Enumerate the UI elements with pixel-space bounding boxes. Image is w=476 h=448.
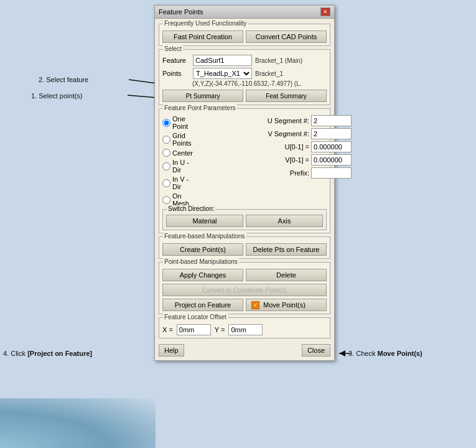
v01-label: V[0-1] = xyxy=(264,156,309,164)
fast-point-creation-button[interactable]: Fast Point Creation xyxy=(162,30,243,43)
feature-locator-label: Feature Locator Offset xyxy=(163,314,228,320)
help-button[interactable]: Help xyxy=(159,344,184,357)
delete-button[interactable]: Delete xyxy=(246,269,327,281)
bracket-main-label: Bracket_1 (Main) xyxy=(255,57,302,64)
material-button[interactable]: Material xyxy=(166,215,243,227)
in-u-dir-radio[interactable] xyxy=(162,162,170,170)
x-label: X = xyxy=(162,326,173,334)
y-label: Y = xyxy=(215,326,225,334)
background-decoration xyxy=(0,398,156,448)
one-point-radio[interactable] xyxy=(162,119,170,127)
create-points-button[interactable]: Create Point(s) xyxy=(162,243,243,256)
arrow-select-points xyxy=(31,90,174,103)
feature-manipulations-section: Feature-based Manipulations Create Point… xyxy=(159,236,330,259)
feature-input[interactable] xyxy=(193,55,252,66)
close-button[interactable]: Close xyxy=(302,344,330,357)
y-input[interactable] xyxy=(228,324,263,335)
prefix-input[interactable] xyxy=(311,167,352,179)
points-label: Points xyxy=(162,70,191,77)
feature-locator-section: Feature Locator Offset X = Y = xyxy=(159,317,330,338)
in-v-dir-radio[interactable] xyxy=(162,179,170,187)
feature-label: Feature xyxy=(162,57,191,64)
v01-input[interactable] xyxy=(311,154,352,166)
frequently-used-label: Frequently Used Functionality xyxy=(163,20,248,27)
u01-input[interactable] xyxy=(311,141,352,152)
radio-column: One Point Grid Points Center In U - Dir … xyxy=(162,115,193,207)
move-points-button[interactable]: ✓ Move Point(s) xyxy=(246,299,327,311)
arrow-select-feature xyxy=(39,73,172,89)
close-icon-button[interactable]: ✕ xyxy=(320,7,330,16)
center-radio-row: Center xyxy=(162,149,193,157)
title-bar: Feature Points ✕ xyxy=(155,6,334,19)
u-segment-label: U Segment #: xyxy=(264,117,309,124)
point-manipulations-label: Point-based Manipulations xyxy=(163,258,239,265)
feature-point-params-label: Feature Point Parameters xyxy=(163,105,237,111)
feature-manipulations-label: Feature-based Manipulations xyxy=(163,233,246,240)
one-point-radio-row: One Point xyxy=(162,115,193,130)
arrow-project xyxy=(3,347,171,360)
bracket-1-label: Bracket_1 xyxy=(255,70,283,77)
u-segment-input[interactable] xyxy=(311,115,352,126)
v-segment-input[interactable] xyxy=(311,128,352,139)
in-v-dir-radio-row: In V - Dir xyxy=(162,175,193,190)
prefix-label: Prefix: xyxy=(264,169,309,177)
points-select[interactable]: T_HeadLp_X1 xyxy=(193,68,252,79)
switch-direction-section: Switch Direction: Material Axis xyxy=(162,209,327,230)
svg-marker-7 xyxy=(339,350,345,357)
convert-cad-points-button[interactable]: Convert CAD Points xyxy=(246,30,327,43)
coords-text: (X,Y,Z)(-34.4776,-110.6532,-7.4977) (L. xyxy=(162,80,327,87)
feature-point-params-section: Feature Point Parameters One Point Grid … xyxy=(159,108,330,233)
project-on-feature-button[interactable]: Project on Feature xyxy=(162,299,243,311)
feature-points-dialog: Feature Points ✕ Frequently Used Functio… xyxy=(154,5,335,361)
v-segment-label: V Segment #: xyxy=(264,130,309,138)
in-u-dir-radio-row: In U - Dir xyxy=(162,159,193,174)
u01-label: U[0-1] = xyxy=(264,143,309,151)
x-input[interactable] xyxy=(177,324,211,335)
delete-pts-on-feature-button[interactable]: Delete Pts on Feature xyxy=(246,243,327,256)
dialog-title: Feature Points xyxy=(159,8,203,16)
pt-summary-button[interactable]: Pt Summary xyxy=(162,90,243,102)
feat-summary-button[interactable]: Feat Summary xyxy=(246,90,327,102)
annotation-check-move: 3. Check Move Point(s) xyxy=(348,350,422,357)
axis-button[interactable]: Axis xyxy=(246,215,323,227)
select-section: Select Feature Bracket_1 (Main) Points T… xyxy=(159,49,330,105)
apply-changes-button[interactable]: Apply Changes xyxy=(162,269,243,281)
grid-points-radio-row: Grid Points xyxy=(162,132,193,147)
frequently-used-section: Frequently Used Functionality Fast Point… xyxy=(159,24,330,46)
select-label: Select xyxy=(163,45,183,52)
on-mesh-radio[interactable] xyxy=(162,196,170,204)
convert-to-coordinate-button[interactable]: Convert to Coordinate Point(s) xyxy=(162,284,327,296)
center-radio[interactable] xyxy=(162,149,170,157)
move-points-checkbox-icon: ✓ xyxy=(251,301,259,309)
right-params: U Segment #: V Segment #: U[0-1] = V[0-1… xyxy=(264,115,352,207)
grid-points-radio[interactable] xyxy=(162,136,170,144)
point-manipulations-section: Point-based Manipulations Apply Changes … xyxy=(159,262,330,314)
switch-direction-label: Switch Direction: xyxy=(167,205,215,212)
